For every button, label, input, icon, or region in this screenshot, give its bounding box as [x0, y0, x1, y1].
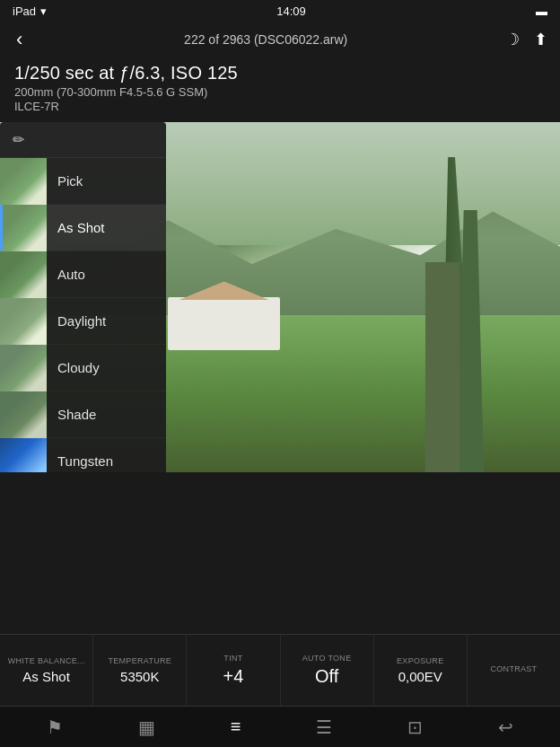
- adjustments-icon[interactable]: ≡: [225, 711, 247, 743]
- wb-item-tungsten[interactable]: Tungsten: [0, 438, 166, 472]
- wb-label-daylight: Daylight: [47, 313, 106, 329]
- wifi-icon: ▾: [40, 4, 47, 18]
- nav-actions: ☽ ⬆: [505, 30, 547, 49]
- photo-plant-3: [425, 262, 459, 472]
- wb-item-as-shot[interactable]: As Shot: [0, 205, 166, 251]
- control-white-balance[interactable]: WHITE BALANCE... As Shot: [0, 635, 93, 706]
- shutter-info: 1/250 sec at ƒ/6.3, ISO 125: [14, 63, 546, 83]
- wb-thumb-cloudy: [0, 345, 47, 391]
- wb-label: WHITE BALANCE...: [8, 656, 85, 665]
- autotone-value: Off: [315, 666, 338, 687]
- temp-label: TEMPERATURE: [108, 656, 171, 665]
- wb-item-daylight[interactable]: Daylight: [0, 298, 166, 345]
- wb-thumb-daylight: [0, 298, 47, 345]
- battery-icon: ▬: [536, 4, 547, 18]
- wb-thumb-auto: [0, 251, 47, 298]
- autotone-label: AUTO TONE: [302, 654, 352, 663]
- photo-building: [168, 297, 280, 350]
- control-exposure[interactable]: EXPOSURE 0,00EV: [374, 635, 468, 706]
- wb-label-auto: Auto: [47, 267, 85, 282]
- wb-label-pick: Pick: [47, 173, 83, 189]
- status-right: ▬: [536, 4, 547, 18]
- dropdown-header: ✏: [0, 122, 166, 158]
- lens-info: 200mm (70-300mm F4.5-5.6 G SSM): [14, 85, 546, 99]
- status-left: iPad ▾: [13, 4, 47, 18]
- wb-item-shade[interactable]: Shade: [0, 391, 166, 438]
- pencil-icon: ✏: [13, 131, 24, 148]
- tint-value: +4: [223, 666, 244, 687]
- share-icon[interactable]: ⬆: [534, 30, 547, 49]
- exposure-label: EXPOSURE: [397, 656, 443, 665]
- wb-value: As Shot: [22, 669, 70, 684]
- flag-icon[interactable]: ⚑: [41, 711, 68, 743]
- contrast-label: CONTRAST: [490, 664, 537, 673]
- status-time: 14:09: [276, 4, 306, 18]
- control-contrast[interactable]: CONTRAST: [468, 635, 560, 706]
- temp-value: 5350K: [120, 669, 159, 684]
- crop-icon[interactable]: ⊡: [402, 711, 428, 743]
- wb-item-pick[interactable]: Pick: [0, 158, 166, 205]
- control-tint[interactable]: TINT +4: [187, 635, 280, 706]
- wb-label-cloudy: Cloudy: [47, 360, 100, 375]
- wb-label-as-shot: As Shot: [47, 220, 105, 235]
- status-bar: iPad ▾ 14:09 ▬: [0, 0, 560, 22]
- photo-area: ✏ Pick As Shot Auto Daylight Cloudy Shad…: [0, 122, 560, 472]
- ipad-label: iPad: [13, 4, 36, 18]
- wb-thumb-as-shot: [0, 205, 47, 251]
- undo-icon[interactable]: ↩: [493, 711, 519, 743]
- wb-item-auto[interactable]: Auto: [0, 251, 166, 298]
- control-auto-tone[interactable]: AUTO TONE Off: [281, 635, 374, 706]
- filmstrip-icon[interactable]: ▦: [133, 711, 161, 743]
- wb-thumb-tungsten: [0, 438, 47, 473]
- wb-label-tungsten: Tungsten: [47, 453, 113, 469]
- wb-item-cloudy[interactable]: Cloudy: [0, 345, 166, 391]
- wb-label-shade: Shade: [47, 407, 96, 422]
- nav-bar: ‹ 222 of 2963 (DSC06022.arw) ☽ ⬆: [0, 22, 560, 57]
- camera-info: 1/250 sec at ƒ/6.3, ISO 125 200mm (70-30…: [0, 57, 560, 122]
- wb-thumb-pick: [0, 158, 47, 205]
- bottom-toolbar: ⚑ ▦ ≡ ☰ ⊡ ↩: [0, 706, 560, 747]
- exposure-value: 0,00EV: [398, 669, 442, 684]
- tint-label: TINT: [223, 654, 242, 663]
- body-info: ILCE-7R: [14, 100, 546, 113]
- control-temperature[interactable]: TEMPERATURE 5350K: [93, 635, 187, 706]
- back-button[interactable]: ‹: [13, 24, 26, 55]
- list-icon[interactable]: ☰: [311, 711, 337, 743]
- controls-bar: WHITE BALANCE... As Shot TEMPERATURE 535…: [0, 634, 560, 706]
- wb-dropdown: ✏ Pick As Shot Auto Daylight Cloudy Shad…: [0, 122, 166, 472]
- wb-thumb-shade: [0, 391, 47, 438]
- sync-icon[interactable]: ☽: [505, 30, 520, 49]
- nav-title: 222 of 2963 (DSC06022.arw): [184, 32, 347, 47]
